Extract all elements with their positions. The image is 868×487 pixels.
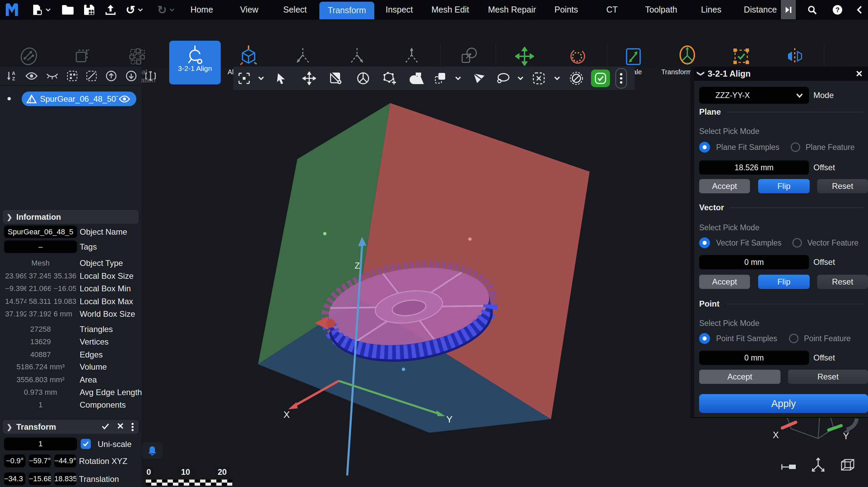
info-value: 35.136	[54, 271, 76, 281]
move-down-icon[interactable]	[125, 70, 137, 82]
deselect-box-icon[interactable]	[528, 66, 550, 90]
open-file-button[interactable]	[61, 0, 75, 19]
duplicate-chevron-icon[interactable]	[451, 66, 465, 90]
tab-select[interactable]: Select	[276, 0, 314, 19]
tab-mesh-repair[interactable]: Mesh Repair	[483, 0, 541, 19]
transform-confirm-icon[interactable]	[101, 423, 110, 431]
lasso-chevron-icon[interactable]	[513, 66, 528, 90]
apply-button[interactable]: Apply	[699, 394, 868, 413]
more-options-button[interactable]	[612, 66, 630, 90]
tab-mesh-edit[interactable]: Mesh Edit	[427, 0, 474, 19]
translation-x-input[interactable]: −34.3 mm	[4, 472, 25, 485]
uniscale-input[interactable]: 1	[4, 437, 77, 450]
translation-label: Translation	[79, 474, 119, 484]
plane-offset-input[interactable]: 18.526 mm	[699, 160, 809, 175]
confirm-selection-button[interactable]	[589, 66, 612, 90]
information-header[interactable]: ❯ Information	[3, 210, 139, 224]
divider	[726, 112, 864, 112]
export-button[interactable]	[104, 0, 117, 19]
point-accept-button[interactable]: Accept	[699, 370, 781, 384]
move-up-icon[interactable]	[105, 70, 117, 82]
brush-select-icon[interactable]	[465, 66, 492, 90]
deselect-chevron-icon[interactable]	[550, 66, 564, 90]
rename-icon[interactable]	[145, 70, 157, 82]
select-none-icon[interactable]	[564, 66, 589, 90]
collapse-left-icon[interactable]	[853, 0, 866, 19]
align-panel-header[interactable]: ❯ 3-2-1 Align	[694, 66, 868, 81]
pan-move-icon[interactable]	[296, 66, 323, 90]
shapes-icon[interactable]	[403, 66, 430, 90]
mode-select[interactable]: ZZZ-YY-X	[699, 87, 809, 104]
fit-view-icon[interactable]	[233, 66, 255, 90]
plane-flip-button[interactable]: Flip	[758, 179, 810, 193]
vector-reset-button[interactable]: Reset	[817, 275, 868, 289]
notifications-button[interactable]	[142, 442, 163, 459]
display-settings-icon[interactable]	[323, 66, 350, 90]
rotation-y-input[interactable]: −59.7°	[29, 454, 51, 467]
tab-distance[interactable]: Distance	[737, 0, 783, 19]
show-all-icon[interactable]	[25, 72, 38, 80]
info-value: 37.192	[5, 309, 26, 319]
search-icon[interactable]	[804, 0, 821, 19]
transform-header[interactable]: ❯ Transform	[3, 420, 139, 434]
tool-321-align[interactable]: 3-2-1 Align	[169, 41, 221, 84]
point-offset-input[interactable]: 0 mm	[699, 351, 809, 365]
bounding-box-icon[interactable]	[842, 460, 854, 470]
tab-transform[interactable]: Transform	[319, 2, 374, 19]
point-reset-button[interactable]: Reset	[788, 370, 868, 384]
axes-widget-icon[interactable]	[812, 458, 824, 471]
tab-points[interactable]: Points	[549, 0, 583, 19]
orbit-trackball-icon[interactable]	[350, 66, 376, 90]
radio-on-icon	[699, 142, 710, 153]
new-file-button[interactable]	[31, 0, 52, 19]
deselect-all-icon[interactable]	[86, 71, 97, 81]
rotation-z-input[interactable]: −44.9°	[54, 454, 76, 467]
sort-icon[interactable]: AZ	[6, 71, 17, 81]
object-tree-item[interactable]: SpurGear_06_48_50T_	[22, 92, 136, 106]
plane-feature-radio[interactable]: Plane Feature	[791, 142, 854, 152]
nav-cube[interactable]: X Y	[760, 418, 868, 487]
object-name-input[interactable]: SpurGear_06_48_5	[4, 226, 77, 238]
transform-cancel-icon[interactable]	[117, 423, 124, 431]
help-icon[interactable]: ?	[829, 0, 846, 19]
point-fit-samples-radio[interactable]: Point Fit Samples	[699, 333, 777, 344]
tags-input[interactable]: –	[4, 240, 77, 253]
tab-inspect[interactable]: Inspect	[380, 0, 419, 19]
vector-accept-button[interactable]: Accept	[699, 275, 750, 289]
transform-menu-icon[interactable]	[131, 423, 134, 431]
rotation-x-input[interactable]: −0.9°	[4, 454, 25, 467]
tab-home[interactable]: Home	[183, 0, 220, 19]
skip-to-end-button[interactable]	[781, 0, 796, 19]
plane-reset-button[interactable]: Reset	[817, 179, 868, 193]
tab-ct[interactable]: CT	[600, 0, 624, 19]
visibility-eye-icon[interactable]	[119, 95, 130, 103]
info-label: World Box Size	[80, 309, 135, 319]
select-all-icon[interactable]	[67, 71, 78, 81]
duplicate-icon[interactable]	[430, 66, 451, 90]
info-value: 5186.724 mm³	[4, 362, 77, 372]
tab-view[interactable]: View	[234, 0, 264, 19]
tab-toolpath[interactable]: Toolpath	[637, 0, 685, 19]
vector-feature-radio[interactable]: Vector Feature	[792, 238, 859, 248]
mode-label: Mode	[813, 91, 834, 100]
translation-z-input[interactable]: 18.835	[54, 472, 76, 485]
vector-fit-samples-radio[interactable]: Vector Fit Samples	[699, 237, 782, 248]
uniscale-checkbox[interactable]	[81, 439, 91, 449]
fit-view-chevron-icon[interactable]	[255, 66, 267, 90]
redo-button[interactable]: ↻	[154, 0, 178, 19]
vector-flip-button[interactable]: Flip	[758, 275, 810, 289]
select-cursor-icon[interactable]	[267, 66, 296, 90]
hide-all-icon[interactable]	[46, 72, 58, 80]
tab-lines[interactable]: Lines	[695, 0, 727, 19]
translation-y-input[interactable]: −15.68	[29, 472, 51, 485]
plane-fit-samples-radio[interactable]: Plane Fit Samples	[699, 142, 780, 153]
save-button[interactable]	[82, 0, 96, 19]
plane-accept-button[interactable]: Accept	[699, 179, 750, 193]
point-feature-radio[interactable]: Point Feature	[789, 334, 851, 343]
vector-offset-input[interactable]: 0 mm	[699, 255, 809, 269]
lasso-select-icon[interactable]	[492, 66, 513, 90]
close-icon[interactable]	[856, 70, 863, 77]
undo-button[interactable]: ↺	[123, 0, 146, 19]
measure-scale-icon[interactable]	[782, 464, 796, 470]
add-mesh-icon[interactable]	[376, 66, 403, 90]
